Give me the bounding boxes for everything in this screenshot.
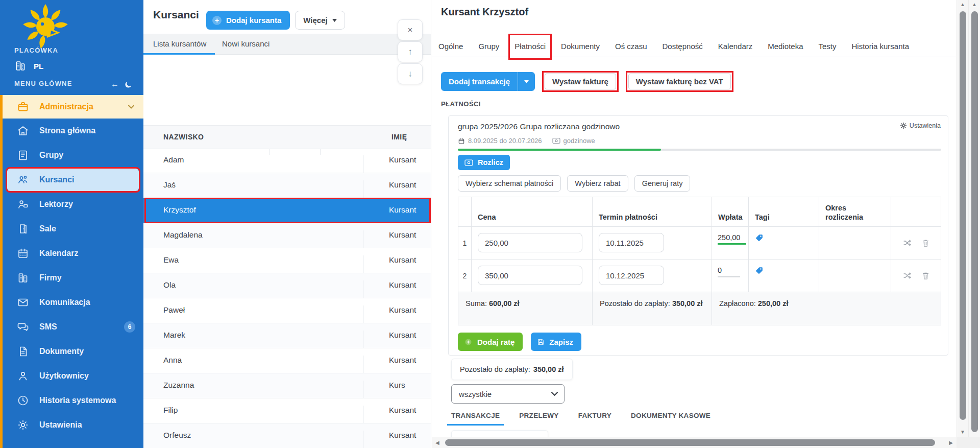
panel-vertical-scrollbar[interactable]: ▲ ▼ — [957, 0, 968, 437]
transactions-filter-select[interactable]: wszystkie — [451, 384, 565, 404]
due-date-input[interactable] — [599, 233, 664, 252]
tab-dokumenty[interactable]: Dokumenty — [561, 42, 600, 51]
sidebar-item-sms[interactable]: SMS 6 — [3, 315, 143, 339]
tags-cell — [749, 260, 819, 292]
tab-faktury[interactable]: FAKTURY — [578, 412, 611, 419]
sidebar-item-strona-glowna[interactable]: Strona główna — [3, 119, 143, 143]
tab-os-czasu[interactable]: Oś czasu — [615, 42, 647, 51]
sidebar-item-historia-systemowa[interactable]: Historia systemowa — [3, 388, 143, 413]
tab-transakcje[interactable]: TRANSAKCJE — [451, 412, 500, 419]
table-row[interactable]: Orfeusz Kursant — [143, 423, 431, 448]
close-panel-button[interactable]: × — [398, 19, 423, 40]
due-date-input[interactable] — [599, 266, 664, 285]
price-input[interactable] — [478, 233, 582, 252]
sidebar-item-ustawienia[interactable]: Ustawienia — [3, 413, 143, 437]
shuffle-icon[interactable] — [903, 271, 912, 280]
sidebar-item-branch-pl[interactable]: PL — [14, 60, 43, 72]
sidebar-item-firmy[interactable]: Firmy — [3, 266, 143, 290]
surname-cell: Marek — [163, 331, 185, 340]
scrollbar-thumb[interactable] — [971, 11, 978, 432]
issue-invoice-button[interactable]: Wystaw fakturę — [545, 74, 616, 89]
sidebar-item-kursanci[interactable]: Kursanci — [7, 169, 139, 191]
window-vertical-scrollbar[interactable]: ▲ ▼ — [968, 0, 980, 448]
tab-kalendarz[interactable]: Kalendarz — [718, 42, 753, 51]
scroll-down-arrow-icon[interactable]: ▼ — [957, 430, 968, 435]
scroll-down-button[interactable]: ↓ — [398, 63, 423, 84]
sidebar-item-kalendarz[interactable]: Kalendarz — [3, 241, 143, 266]
tab-historia-kursanta[interactable]: Historia kursanta — [852, 42, 910, 51]
trash-icon[interactable] — [922, 239, 929, 247]
settle-button[interactable]: Rozlicz — [458, 155, 510, 170]
tab-testy[interactable]: Testy — [819, 42, 837, 51]
tag-icon[interactable] — [755, 266, 764, 275]
due-cell — [593, 260, 712, 292]
table-row[interactable]: Zuzanna Kurs — [143, 373, 431, 398]
tab-dokumenty-kasowe[interactable]: DOKUMENTY KASOWE — [631, 412, 710, 419]
sidebar-item-administracja[interactable]: Administracja — [0, 95, 143, 119]
row-number: 2 — [458, 260, 472, 292]
horizontal-scrollbar[interactable]: ◀ ▶ — [432, 437, 957, 448]
tab-platnosci[interactable]: Płatności — [514, 42, 546, 51]
generate-installments-button[interactable]: Generuj raty — [634, 175, 691, 192]
save-button[interactable]: Zapisz — [531, 333, 581, 351]
table-row[interactable]: Marek Kursant — [143, 323, 431, 348]
remaining-chip-label: Pozostało do zapłaty: — [460, 365, 530, 373]
table-row[interactable]: Filip Kursant — [143, 398, 431, 423]
choose-payment-scheme-button[interactable]: Wybierz schemat płatności — [458, 175, 561, 192]
scrollbar-thumb[interactable] — [960, 11, 966, 420]
table-row[interactable]: Paweł Kursant — [143, 298, 431, 323]
tag-icon[interactable] — [755, 233, 764, 242]
installment-row: 1 250,00 — [458, 227, 941, 260]
scroll-up-arrow-icon[interactable]: ▲ — [969, 2, 980, 7]
tab-medioteka[interactable]: Medioteka — [768, 42, 803, 51]
scroll-up-button[interactable]: ↑ — [398, 41, 423, 62]
paid-amount[interactable]: 0 — [718, 266, 740, 277]
trash-icon[interactable] — [922, 271, 929, 280]
caret-down-icon[interactable] — [518, 72, 535, 91]
sidebar-item-komunikacja[interactable]: Komunikacja — [3, 290, 143, 315]
tab-nowi-kursanci[interactable]: Nowi kursanci — [222, 39, 270, 48]
shuffle-icon[interactable] — [903, 239, 912, 247]
scroll-left-arrow-icon[interactable]: ◀ — [435, 440, 439, 445]
scrollbar-corner — [957, 437, 980, 448]
sidebar-item-grupy[interactable]: Grupy — [3, 143, 143, 168]
table-row[interactable]: Ewa Kursant — [143, 248, 431, 273]
page-title: Kursanci — [153, 9, 199, 21]
scroll-right-arrow-icon[interactable]: ▶ — [949, 440, 953, 445]
table-row[interactable]: Jaś Kursant — [143, 173, 431, 198]
add-student-button[interactable]: + Dodaj kursanta — [206, 11, 290, 30]
add-transaction-button[interactable]: Dodaj transakcję — [441, 72, 535, 91]
paid-amount[interactable]: 250,00 — [718, 233, 746, 245]
tab-ogolne[interactable]: Ogólne — [438, 42, 463, 51]
sidebar-item-sale[interactable]: Sale — [3, 217, 143, 241]
sidebar-item-lektorzy[interactable]: Lektorzy — [3, 192, 143, 217]
clock-icon — [17, 394, 29, 407]
tab-dostepnosc[interactable]: Dostępność — [663, 42, 703, 51]
scroll-up-arrow-icon[interactable]: ▲ — [957, 2, 968, 7]
add-transaction-label: Dodaj transakcję — [441, 72, 518, 91]
column-surname[interactable]: NAZWISKO — [163, 133, 204, 141]
sidebar-item-label: Grupy — [39, 151, 63, 160]
group-settings-button[interactable]: Ustawienia — [900, 122, 941, 129]
table-row[interactable]: Ola Kursant — [143, 273, 431, 298]
remaining-chip-value: 350,00 zł — [533, 365, 564, 373]
table-row-selected[interactable]: Krzysztof Kursant — [143, 198, 431, 223]
table-row[interactable]: Adam Kursant — [143, 148, 431, 173]
more-button[interactable]: Więcej — [295, 11, 345, 30]
sidebar-item-dokumenty[interactable]: Dokumenty — [3, 339, 143, 364]
collapse-sidebar-icon[interactable]: ← — [111, 80, 119, 89]
issue-invoice-novat-button[interactable]: Wystaw fakturę bez VAT — [628, 74, 731, 89]
tab-grupy[interactable]: Grupy — [478, 42, 499, 51]
add-installment-button[interactable]: Dodaj ratę — [458, 333, 523, 351]
choose-discount-button[interactable]: Wybierz rabat — [567, 175, 628, 192]
dark-mode-icon[interactable] — [125, 81, 132, 88]
scrollbar-thumb[interactable] — [445, 439, 935, 446]
price-input[interactable] — [478, 266, 582, 285]
sidebar-item-uzytkownicy[interactable]: Użytkownicy — [3, 364, 143, 388]
column-firstname[interactable]: IMIĘ — [391, 133, 407, 141]
tab-lista-kursantow[interactable]: Lista kursantów — [153, 39, 206, 48]
tab-przelewy[interactable]: PRZELEWY — [519, 412, 558, 419]
table-row[interactable]: Magdalena Kursant — [143, 223, 431, 248]
payment-progress-bar — [458, 149, 941, 151]
table-row[interactable]: Anna Kursant — [143, 348, 431, 373]
